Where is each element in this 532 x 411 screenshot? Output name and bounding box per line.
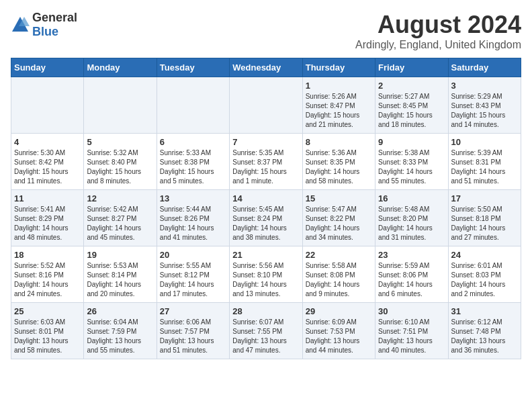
calendar-cell: 31 Sunrise: 6:12 AM Sunset: 7:48 PM Dayl… [448, 303, 521, 359]
calendar-cell: 28 Sunrise: 6:07 AM Sunset: 7:55 PM Dayl… [230, 303, 302, 359]
sunset-text: Sunset: 8:38 PM [160, 158, 226, 167]
daylight-text: Daylight: 14 hours and 58 minutes. [306, 167, 372, 186]
daylight-text: Daylight: 14 hours and 17 minutes. [160, 280, 226, 299]
daylight-text: Daylight: 15 hours and 11 minutes. [14, 167, 81, 186]
day-number: 11 [14, 193, 81, 203]
sunset-text: Sunset: 8:03 PM [451, 271, 518, 280]
daylight-text: Daylight: 14 hours and 55 minutes. [378, 167, 445, 186]
sunrise-text: Sunrise: 5:32 AM [87, 148, 153, 158]
sunset-text: Sunset: 8:37 PM [232, 158, 299, 167]
daylight-text: Daylight: 14 hours and 20 minutes. [87, 280, 153, 299]
calendar-cell: 4 Sunrise: 5:30 AM Sunset: 8:42 PM Dayli… [11, 134, 84, 190]
daylight-text: Daylight: 14 hours and 13 minutes. [232, 280, 299, 299]
logo-text: General Blue [32, 11, 77, 39]
sunset-text: Sunset: 7:51 PM [378, 327, 445, 336]
calendar-cell: 15 Sunrise: 5:47 AM Sunset: 8:22 PM Dayl… [302, 190, 375, 246]
weekday-header-saturday: Saturday [448, 58, 521, 77]
day-number: 25 [14, 306, 81, 316]
day-number: 26 [87, 306, 153, 316]
day-number: 4 [14, 137, 81, 147]
sunrise-text: Sunrise: 5:48 AM [378, 205, 445, 214]
sunset-text: Sunset: 8:08 PM [306, 271, 372, 280]
sunset-text: Sunset: 8:35 PM [306, 158, 372, 167]
calendar-cell [84, 77, 157, 134]
sunrise-text: Sunrise: 5:44 AM [160, 205, 226, 214]
week-row-4: 18 Sunrise: 5:52 AM Sunset: 8:16 PM Dayl… [11, 246, 521, 303]
daylight-text: Daylight: 14 hours and 51 minutes. [451, 167, 518, 186]
calendar-cell: 2 Sunrise: 5:27 AM Sunset: 8:45 PM Dayli… [375, 77, 448, 134]
sunset-text: Sunset: 8:45 PM [378, 101, 445, 111]
calendar-cell: 26 Sunrise: 6:04 AM Sunset: 7:59 PM Dayl… [84, 303, 157, 359]
calendar-cell: 12 Sunrise: 5:42 AM Sunset: 8:27 PM Dayl… [84, 190, 157, 246]
sunset-text: Sunset: 8:10 PM [232, 271, 299, 280]
calendar-cell: 9 Sunrise: 5:38 AM Sunset: 8:33 PM Dayli… [375, 134, 448, 190]
day-number: 7 [232, 137, 299, 147]
weekday-header-row: SundayMondayTuesdayWednesdayThursdayFrid… [11, 58, 521, 77]
daylight-text: Daylight: 13 hours and 47 minutes. [232, 336, 299, 355]
calendar-cell: 27 Sunrise: 6:06 AM Sunset: 7:57 PM Dayl… [157, 303, 229, 359]
day-number: 9 [378, 137, 445, 147]
sunset-text: Sunset: 7:55 PM [232, 327, 299, 336]
calendar-table: SundayMondayTuesdayWednesdayThursdayFrid… [11, 58, 521, 359]
sunrise-text: Sunrise: 5:53 AM [87, 261, 153, 271]
calendar-cell: 18 Sunrise: 5:52 AM Sunset: 8:16 PM Dayl… [11, 246, 84, 303]
sunset-text: Sunset: 7:59 PM [87, 327, 153, 336]
calendar-cell: 14 Sunrise: 5:45 AM Sunset: 8:24 PM Dayl… [230, 190, 302, 246]
sunrise-text: Sunrise: 5:52 AM [14, 261, 81, 271]
sunrise-text: Sunrise: 6:06 AM [160, 318, 226, 327]
calendar-cell: 23 Sunrise: 5:59 AM Sunset: 8:06 PM Dayl… [375, 246, 448, 303]
sunset-text: Sunset: 8:43 PM [451, 101, 518, 111]
sunset-text: Sunset: 8:27 PM [87, 214, 153, 224]
sunrise-text: Sunrise: 5:50 AM [451, 205, 518, 214]
sunrise-text: Sunrise: 5:39 AM [451, 148, 518, 158]
sunset-text: Sunset: 8:24 PM [232, 214, 299, 224]
day-number: 28 [232, 306, 299, 316]
day-number: 1 [306, 81, 372, 91]
sunset-text: Sunset: 8:06 PM [378, 271, 445, 280]
sunrise-text: Sunrise: 5:36 AM [306, 148, 372, 158]
sunset-text: Sunset: 8:16 PM [14, 271, 81, 280]
sunset-text: Sunset: 8:33 PM [378, 158, 445, 167]
sunset-text: Sunset: 8:12 PM [160, 271, 226, 280]
weekday-header-tuesday: Tuesday [157, 58, 229, 77]
calendar-cell: 8 Sunrise: 5:36 AM Sunset: 8:35 PM Dayli… [302, 134, 375, 190]
daylight-text: Daylight: 14 hours and 24 minutes. [14, 280, 81, 299]
day-number: 5 [87, 137, 153, 147]
weekday-header-wednesday: Wednesday [230, 58, 302, 77]
day-number: 3 [451, 81, 518, 91]
sunrise-text: Sunrise: 5:33 AM [160, 148, 226, 158]
daylight-text: Daylight: 13 hours and 58 minutes. [14, 336, 81, 355]
daylight-text: Daylight: 15 hours and 1 minute. [232, 167, 299, 186]
sunset-text: Sunset: 8:29 PM [14, 214, 81, 224]
day-number: 12 [87, 193, 153, 203]
sunset-text: Sunset: 7:57 PM [160, 327, 226, 336]
sunrise-text: Sunrise: 5:38 AM [378, 148, 445, 158]
calendar-cell: 3 Sunrise: 5:29 AM Sunset: 8:43 PM Dayli… [448, 77, 521, 134]
day-number: 22 [306, 250, 372, 260]
sunrise-text: Sunrise: 6:12 AM [451, 318, 518, 327]
weekday-header-sunday: Sunday [11, 58, 84, 77]
calendar-cell: 24 Sunrise: 6:01 AM Sunset: 8:03 PM Dayl… [448, 246, 521, 303]
sunrise-text: Sunrise: 5:47 AM [306, 205, 372, 214]
logo-icon [11, 15, 30, 34]
sunrise-text: Sunrise: 5:27 AM [378, 92, 445, 101]
daylight-text: Daylight: 15 hours and 21 minutes. [306, 111, 372, 130]
sunset-text: Sunset: 8:26 PM [160, 214, 226, 224]
daylight-text: Daylight: 13 hours and 55 minutes. [87, 336, 153, 355]
day-number: 8 [306, 137, 372, 147]
week-row-3: 11 Sunrise: 5:41 AM Sunset: 8:29 PM Dayl… [11, 190, 521, 246]
sunrise-text: Sunrise: 5:58 AM [306, 261, 372, 271]
daylight-text: Daylight: 14 hours and 45 minutes. [87, 224, 153, 242]
day-number: 21 [232, 250, 299, 260]
calendar-cell: 16 Sunrise: 5:48 AM Sunset: 8:20 PM Dayl… [375, 190, 448, 246]
sunset-text: Sunset: 8:42 PM [14, 158, 81, 167]
sunrise-text: Sunrise: 5:56 AM [232, 261, 299, 271]
sunset-text: Sunset: 8:31 PM [451, 158, 518, 167]
sunrise-text: Sunrise: 6:01 AM [451, 261, 518, 271]
daylight-text: Daylight: 13 hours and 40 minutes. [378, 336, 445, 355]
sunset-text: Sunset: 7:48 PM [451, 327, 518, 336]
sunset-text: Sunset: 8:20 PM [378, 214, 445, 224]
day-number: 19 [87, 250, 153, 260]
daylight-text: Daylight: 15 hours and 18 minutes. [378, 111, 445, 130]
sunrise-text: Sunrise: 6:10 AM [378, 318, 445, 327]
